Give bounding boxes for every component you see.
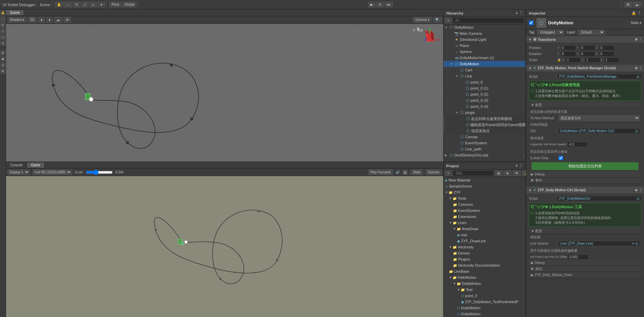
hierarchy-search[interactable] xyxy=(453,18,524,23)
pause-btn[interactable]: ⏸ xyxy=(376,2,384,7)
project-star-btn[interactable]: ★ xyxy=(504,170,511,176)
rotate-tool-btn[interactable]: ↻ xyxy=(73,2,80,7)
list-item[interactable]: ▼ ⬡ plugin xyxy=(444,109,526,116)
scene-tool-lighting[interactable]: ● xyxy=(38,17,45,23)
list-item[interactable]: ⬡ EventSystem xyxy=(444,140,526,146)
list-item[interactable]: 📹 DollyMotionVcam (1) xyxy=(444,55,526,61)
project-eye-btn[interactable]: 👁 xyxy=(513,170,521,176)
list-item[interactable]: ▶ ⬡ DontDestroyOnLoad ⋮ xyxy=(444,152,526,158)
list-item[interactable]: 📷 Main Camera xyxy=(444,30,526,36)
list-item[interactable]: 📁 EventSystem xyxy=(444,208,526,214)
object-name[interactable]: DollyMotion xyxy=(548,20,573,25)
stats-btn[interactable]: Stats xyxy=(410,169,423,175)
ctrl-select-icon[interactable]: ◎ xyxy=(635,129,638,133)
list-item[interactable]: ⬡ Line_path xyxy=(444,146,526,152)
tool-move[interactable]: ↔ xyxy=(0,16,6,22)
pivot-btn[interactable]: Pivot xyxy=(109,2,122,7)
list-item[interactable]: 📁 Demos xyxy=(444,250,526,256)
project-menu-icon[interactable]: ⋮ xyxy=(519,164,523,168)
ctrl-value[interactable]: DollyMotion (ZYF_Dolly Motion Ctrl) ◎ xyxy=(559,128,640,133)
inspector-lock-icon[interactable]: 🔒 xyxy=(632,11,636,15)
position-x[interactable] xyxy=(561,45,576,50)
scene-tool-audio[interactable]: ♦ xyxy=(46,17,53,23)
scene-gizmos-btn[interactable]: Gizmos ▾ xyxy=(413,17,432,23)
list-item[interactable]: ⬡ point_0 xyxy=(444,293,526,299)
list-item[interactable]: 📁 Vectrosity Documentation xyxy=(444,262,526,268)
collab-btn[interactable]: ☁ xyxy=(633,2,641,7)
transform-component-header[interactable]: ▼ ⊞ Transform ⚙ ⋮ xyxy=(526,36,644,43)
tab-game[interactable]: Game xyxy=(27,163,45,168)
layer-select[interactable]: Default xyxy=(578,29,605,35)
config-section-toggle[interactable]: ▼ 配置 xyxy=(529,102,641,108)
tool-rect[interactable]: ▭ xyxy=(0,34,6,40)
ctrl-point-section-toggle[interactable]: ▶ ZYF_Dolly_Motion_Point xyxy=(529,272,641,278)
list-item[interactable]: ⬡ point_0 (1) xyxy=(444,85,526,91)
move-tool-btn[interactable]: ↔ xyxy=(64,2,72,7)
script-field-value[interactable]: ZYF_DollyMotion_PointSwitchManage... ◎ xyxy=(557,74,641,79)
inspector-menu-icon[interactable]: ⋮ xyxy=(638,11,641,15)
list-item[interactable]: ▼ 📁 AreaDraw xyxy=(444,226,526,232)
tool-extra4[interactable]: ⊞ xyxy=(0,68,6,74)
project-view-btn[interactable]: ⊞ xyxy=(495,170,502,176)
scene-search-btn[interactable]: 🔍 xyxy=(433,17,442,23)
scene-tool-hidden[interactable]: ⚙ xyxy=(63,17,71,23)
list-item[interactable]: ▼ 📁 PathMotion xyxy=(444,274,526,281)
script-select-icon[interactable]: ◎ xyxy=(637,75,640,78)
transform-menu-icon[interactable]: ⋮ xyxy=(639,38,642,41)
list-item[interactable]: ▼ 📁 ZYF xyxy=(444,189,526,195)
list-item[interactable]: ⬡ 编辑器选中point后同步Game视图 xyxy=(444,122,526,128)
hierarchy-item-menu[interactable]: ⋮ xyxy=(522,153,526,157)
scene-mode-btn[interactable]: ⌘ xyxy=(624,2,632,7)
list-item[interactable]: ⬡ point_0 (3) xyxy=(444,97,526,103)
init-btn[interactable]: 初始化固定点位列表 xyxy=(532,162,639,170)
play-btn[interactable]: ▶ xyxy=(368,2,375,7)
line-source-edit-icon[interactable]: ✏ xyxy=(632,242,635,245)
tab-console[interactable]: Console xyxy=(6,163,27,168)
list-item[interactable]: ⬡ 起点到终点速度控制曲线 xyxy=(444,116,526,122)
tool-extra2[interactable]: ◉ xyxy=(0,56,6,62)
tool-all[interactable]: ✦ xyxy=(0,41,6,46)
list-item[interactable]: ▼ 📁 Tools xyxy=(444,195,526,201)
script-manager-settings-icon[interactable]: ⚙ xyxy=(635,67,638,70)
script-ctrl-settings-icon[interactable]: ⚙ xyxy=(635,189,638,192)
events-section-toggle[interactable]: ▶ 事件 xyxy=(529,177,641,184)
debug-section-toggle[interactable]: ▶ Debug xyxy=(529,171,641,177)
hierarchy-add-btn[interactable]: + xyxy=(445,18,452,23)
speed-value[interactable] xyxy=(567,142,588,147)
list-item[interactable]: ⬡ point_0 xyxy=(444,79,526,85)
tab-scene[interactable]: Scene xyxy=(6,10,24,15)
init-point-value[interactable] xyxy=(568,254,589,260)
list-item[interactable]: ▼ 📁 Vectrosity xyxy=(444,244,526,250)
hierarchy-add-icon[interactable]: + xyxy=(516,11,518,15)
list-item[interactable]: ☀ Directional Light xyxy=(444,36,526,43)
tool-hand[interactable]: ✋ xyxy=(0,10,6,16)
list-item[interactable]: ▱ Plane xyxy=(444,43,526,49)
project-add-btn[interactable]: + xyxy=(445,170,452,176)
ctrl-test-section-toggle[interactable]: ▶ 测试 xyxy=(529,266,641,272)
list-item[interactable]: ▼ 📁 Test xyxy=(444,287,526,293)
line-source-select-icon[interactable]: ◎ xyxy=(635,242,638,245)
project-add-icon[interactable]: + xyxy=(516,164,518,168)
rect-tool-btn[interactable]: ▭ xyxy=(89,2,97,7)
scale-z[interactable] xyxy=(604,57,619,63)
all-tool-btn[interactable]: ✦ xyxy=(98,2,105,7)
rotation-x[interactable] xyxy=(561,51,576,56)
static-dropdown-icon[interactable]: ▾ xyxy=(640,21,641,25)
scale-tool-btn[interactable]: ⤢ xyxy=(81,2,88,7)
global-btn[interactable]: Global xyxy=(122,2,137,7)
to-next-method-select[interactable]: 固定速度方向 xyxy=(559,115,640,121)
list-item[interactable]: ⬡ point_0 (2) xyxy=(444,91,526,97)
position-y[interactable] xyxy=(580,45,595,50)
ctrl-config-section-toggle[interactable]: ▼ 配置 xyxy=(529,228,641,234)
list-item[interactable]: ⬡ DollyMotion xyxy=(444,305,526,311)
scale-slider[interactable] xyxy=(86,170,113,175)
gizmos-btn[interactable]: Gizmos xyxy=(426,169,442,175)
scale-lock-icon[interactable]: 🔒 xyxy=(557,58,561,62)
list-item[interactable]: ⬡ SampleScene xyxy=(444,183,526,189)
rotation-z[interactable] xyxy=(599,51,614,56)
scene-tool-fx[interactable]: ☁ xyxy=(54,17,62,23)
list-item[interactable]: ⬡ 动态添加点 xyxy=(444,128,526,134)
ctrl-debug-section-toggle[interactable]: ▶ Debug xyxy=(529,260,641,266)
gizmo-widget[interactable] xyxy=(424,28,440,46)
list-item[interactable]: 📁 Extensions xyxy=(444,214,526,220)
